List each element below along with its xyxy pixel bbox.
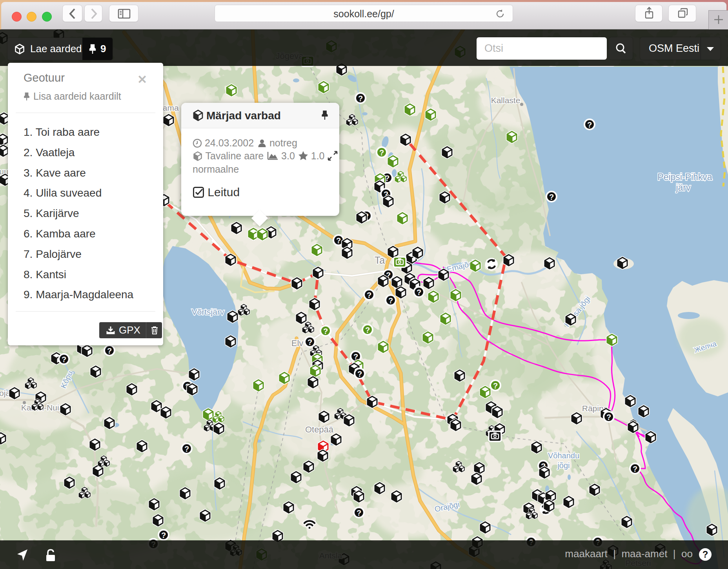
svg-text:Kallaste: Kallaste (491, 96, 521, 105)
svg-text:Otepää: Otepää (305, 425, 334, 434)
svg-text:Ta: Ta (375, 255, 385, 266)
svg-text:järv: järv (675, 182, 691, 193)
svg-text:Elv: Elv (291, 338, 304, 348)
svg-text:Peipsi-Pihkva: Peipsi-Pihkva (657, 172, 712, 182)
svg-text:Võhandu: Võhandu (548, 451, 579, 460)
svg-text:?: ? (703, 549, 708, 560)
svg-text:jõgi: jõgi (557, 461, 570, 470)
svg-text:Võrtsjärv: Võrtsjärv (192, 307, 224, 316)
